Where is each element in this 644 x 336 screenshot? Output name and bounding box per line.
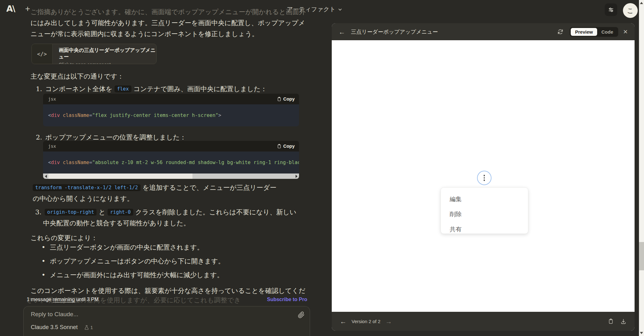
- back-arrow-button[interactable]: ←: [339, 29, 345, 35]
- code-block-1: jsx Copy <div className="flex justify-ce…: [43, 94, 299, 126]
- sliders-icon: [608, 7, 614, 13]
- code-block-2: jsx Copy <div className="absolute z-10 m…: [43, 141, 299, 179]
- paragraph-transform-line2: の中心から開くようになります。: [33, 193, 133, 204]
- message-line: にはみ出してしまう可能性があります。三点リーダーを画面中央に配置し、ポップアップ…: [31, 18, 307, 29]
- status-bar: 1 message remaining until 3 PM Subscribe…: [27, 297, 307, 302]
- popup-menu-item[interactable]: 編集: [441, 192, 528, 207]
- code-content: <div className="absolute z-10 mt-2 w-56 …: [43, 151, 299, 174]
- copy-artifact-button[interactable]: [608, 318, 613, 324]
- popup-menu: 編集削除共有: [441, 187, 528, 234]
- code-language-label: jsx: [48, 144, 56, 149]
- new-chat-button[interactable]: +: [25, 4, 30, 14]
- close-icon[interactable]: ×: [623, 28, 628, 36]
- paperclip-icon: [298, 311, 305, 318]
- download-artifact-button[interactable]: [620, 318, 626, 324]
- message-line: ニューが常に表示範囲内に収まるようにコンポーネントを修正しましょう。: [31, 29, 307, 40]
- clipboard-icon: [277, 144, 281, 149]
- anthropic-logo: A\: [6, 4, 15, 14]
- bullet-item: •三点リーダーボタンが画面の中央に配置されます。: [42, 242, 225, 253]
- bullet-list: •三点リーダーボタンが画面の中央に配置されます。•ポップアップメニューはボタンの…: [42, 242, 225, 281]
- clipboard-icon: [608, 318, 613, 324]
- artifact-preview-canvas: 編集削除共有: [332, 40, 635, 312]
- download-icon: [620, 318, 626, 324]
- copy-button[interactable]: Copy: [277, 144, 295, 149]
- artifact-panel: ← 三点リーダーポップアップメニュー Preview Code × 編集削除共有…: [332, 23, 635, 331]
- bullet-item: •メニューが画面外にはみ出す可能性が大幅に減少します。: [42, 270, 225, 281]
- horizontal-scrollbar-thumb[interactable]: [48, 174, 192, 179]
- three-dot-menu-button[interactable]: [477, 171, 491, 185]
- artifact-card-subtitle: Click to open component: [59, 62, 156, 64]
- artifact-header: ← 三点リーダーポップアップメニュー Preview Code ×: [332, 23, 635, 40]
- artifact-footer: ← Version 2 of 2 →: [332, 312, 635, 331]
- chevron-down-icon: [338, 8, 342, 11]
- inline-code-origin: origin-top-right: [45, 209, 97, 216]
- app-window: A\ + アーティファクト こ ご指摘ありがとうございます。確かに、画面端でポッ…: [0, 0, 644, 336]
- refresh-icon: [557, 29, 564, 35]
- horizontal-scrollbar[interactable]: [43, 174, 299, 179]
- copy-button[interactable]: Copy: [277, 96, 295, 102]
- user-avatar[interactable]: こ: [623, 3, 638, 18]
- tab-code[interactable]: Code: [597, 28, 617, 36]
- code-content: <div className="flex justify-center item…: [43, 104, 299, 126]
- ordered-item-3: 3. origin-top-right と right-0 クラスを削除しました…: [35, 207, 297, 218]
- settings-button[interactable]: [605, 3, 617, 16]
- popup-menu-item[interactable]: 削除: [441, 207, 528, 222]
- scrollbar-down-arrow[interactable]: [640, 332, 643, 334]
- experiment-counter: 1: [84, 325, 93, 330]
- tab-preview[interactable]: Preview: [571, 28, 597, 36]
- window-scrollbar[interactable]: [639, 0, 644, 336]
- scrollbar-thumb[interactable]: [639, 242, 644, 270]
- model-name: Claude 3.5 Sonnet: [31, 324, 78, 331]
- artifact-card[interactable]: </> 画面中央の三点リーダーポップアップメニュー Click to open …: [31, 44, 157, 64]
- popup-menu-item[interactable]: 共有: [441, 222, 528, 237]
- version-label: Version 2 of 2: [352, 319, 380, 324]
- code-component-icon: </>: [37, 51, 47, 57]
- flask-icon: [84, 325, 89, 330]
- reply-input[interactable]: [31, 311, 289, 318]
- clipboard-icon: [277, 96, 281, 102]
- code-language-label: jsx: [48, 96, 56, 102]
- scroll-right-arrow[interactable]: [294, 174, 299, 179]
- artifact-card-title: 画面中央の三点リーダーポップアップメニュー: [59, 47, 156, 60]
- previous-version-button[interactable]: ←: [340, 318, 347, 325]
- scrollbar-up-arrow[interactable]: [640, 2, 643, 4]
- assistant-message: ご指摘ありがとうございます。確かに、画面端でポップアップメニューが開かれると画面…: [31, 7, 307, 40]
- next-version-button[interactable]: →: [386, 318, 392, 325]
- rate-limit-notice: 1 message remaining until 3 PM: [27, 297, 99, 302]
- preview-code-toggle: Preview Code: [570, 27, 618, 37]
- model-selector[interactable]: Claude 3.5 Sonnet 1: [31, 324, 93, 331]
- refresh-button[interactable]: [557, 29, 564, 35]
- subscribe-to-pro-link[interactable]: Subscribe to Pro: [267, 297, 307, 302]
- scroll-left-arrow[interactable]: [43, 174, 48, 179]
- artifact-title: 三点リーダーポップアップメニュー: [351, 28, 438, 36]
- inline-code-transform: transform -translate-x-1/2 left-1/2: [33, 184, 141, 191]
- paragraph-transform: transform -translate-x-1/2 left-1/2 を追加す…: [33, 182, 276, 194]
- bullet-item: •ポップアップメニューはボタンの中心から下に開きます。: [42, 256, 225, 267]
- ordered-item-3-line2: 中央配置の動作と競合する可能性がありました。: [43, 218, 190, 229]
- composer: Claude 3.5 Sonnet 1: [23, 306, 310, 336]
- message-line: ご指摘ありがとうございます。確かに、画面端でポップアップメニューが開かれると画面…: [31, 7, 307, 18]
- artifact-card-icon-cell: </>: [32, 44, 53, 64]
- inline-code-right0: right-0: [108, 209, 133, 216]
- intro-text: 主な変更点は以下の通りです：: [31, 71, 124, 82]
- vertical-ellipsis-icon: [484, 175, 485, 176]
- inline-code-flex: flex: [114, 85, 131, 92]
- attach-file-button[interactable]: [298, 311, 305, 318]
